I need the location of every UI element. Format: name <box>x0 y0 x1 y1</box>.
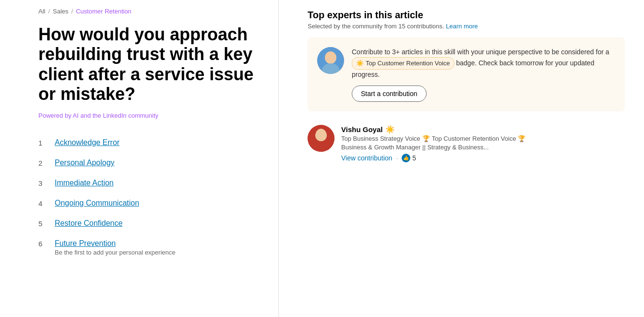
trophy-icon-1: 🏆 <box>422 135 430 142</box>
dot-separator: · <box>396 154 398 162</box>
breadcrumb-current: Customer Retention <box>76 8 131 15</box>
like-icon: 👍 <box>402 154 410 162</box>
svg-point-4 <box>316 129 326 140</box>
expert-actions: View contribution · 👍 5 <box>341 154 625 162</box>
expert-avatar <box>308 125 334 152</box>
view-contribution-link[interactable]: View contribution <box>341 154 392 162</box>
breadcrumb: All / Sales / Customer Retention <box>38 8 259 15</box>
experts-title: Top experts in this article <box>308 10 625 21</box>
toc-item-2: 2 Personal Apology <box>38 153 259 173</box>
page-title: How would you approach rebuilding trust … <box>38 24 259 104</box>
expert-badge1: Top Business Strategy Voice <box>341 135 420 142</box>
trophy-icon-2: 🏆 <box>518 135 525 142</box>
toc-number-5: 5 <box>38 219 47 228</box>
experts-subtitle: Selected by the community from 15 contri… <box>308 23 625 30</box>
toc-link-restore-confidence[interactable]: Restore Confidence <box>55 219 122 228</box>
toc-number-2: 2 <box>38 159 47 167</box>
toc-link-acknowledge-error[interactable]: Acknowledge Error <box>55 138 119 147</box>
badge-sun-icon: ☀️ <box>356 59 364 68</box>
toc-item-4: 4 Ongoing Communication <box>38 193 259 213</box>
breadcrumb-sep-1: / <box>48 8 50 15</box>
like-number: 5 <box>412 154 416 162</box>
powered-by-text: Powered by AI and the LinkedIn community <box>38 112 259 119</box>
expert-badges: Top Business Strategy Voice 🏆 Top Custom… <box>341 135 625 142</box>
toc-link-future-prevention[interactable]: Future Prevention <box>55 239 175 248</box>
toc-number-3: 3 <box>38 179 47 187</box>
toc-number-6: 6 <box>38 240 47 248</box>
svg-point-1 <box>325 51 336 64</box>
toc-number-4: 4 <box>38 199 47 207</box>
right-panel: Top experts in this article Selected by … <box>278 0 644 317</box>
expert-name-row: Vishu Goyal ☀️ <box>341 125 625 134</box>
learn-more-link[interactable]: Learn more <box>446 23 477 30</box>
toc-item-3: 3 Immediate Action <box>38 173 259 193</box>
expert-info: Vishu Goyal ☀️ Top Business Strategy Voi… <box>341 125 625 162</box>
breadcrumb-all[interactable]: All <box>38 8 45 15</box>
toc-list: 1 Acknowledge Error 2 Personal Apology 3… <box>38 133 259 262</box>
expert-name: Vishu Goyal <box>341 125 382 134</box>
contribute-card: Contribute to 3+ articles in this skill … <box>308 37 625 111</box>
breadcrumb-sales[interactable]: Sales <box>53 8 69 15</box>
like-count: 👍 5 <box>402 154 416 162</box>
breadcrumb-sep-2: / <box>72 8 73 15</box>
badge-inline: ☀️ Top Customer Retention Voice <box>352 57 454 70</box>
left-panel: All / Sales / Customer Retention How wou… <box>0 0 278 317</box>
experts-subtitle-text: Selected by the community from 15 contri… <box>308 23 444 30</box>
toc-link-personal-apology[interactable]: Personal Apology <box>55 158 115 167</box>
toc-item-6: 6 Future Prevention Be the first to add … <box>38 233 259 262</box>
toc-item-1: 1 Acknowledge Error <box>38 133 259 153</box>
contribute-text: Contribute to 3+ articles in this skill … <box>352 47 615 102</box>
expert-sun-icon: ☀️ <box>385 125 395 134</box>
badge-label: Top Customer Retention Voice <box>366 59 450 68</box>
toc-link-ongoing-communication[interactable]: Ongoing Communication <box>55 199 139 207</box>
toc-number-1: 1 <box>38 139 47 147</box>
expert-card: Vishu Goyal ☀️ Top Business Strategy Voi… <box>308 121 625 166</box>
start-contribution-button[interactable]: Start a contribution <box>352 85 427 102</box>
contribute-avatar <box>317 47 344 74</box>
toc-link-immediate-action[interactable]: Immediate Action <box>55 179 114 187</box>
expert-title: Business & Growth Manager || Strategy & … <box>341 144 625 151</box>
expert-badge2: Top Customer Retention Voice <box>432 135 516 142</box>
toc-item-5: 5 Restore Confidence <box>38 213 259 233</box>
toc-note-6: Be the first to add your personal experi… <box>55 249 175 256</box>
contribute-text-1: Contribute to 3+ articles in this skill … <box>352 48 609 56</box>
